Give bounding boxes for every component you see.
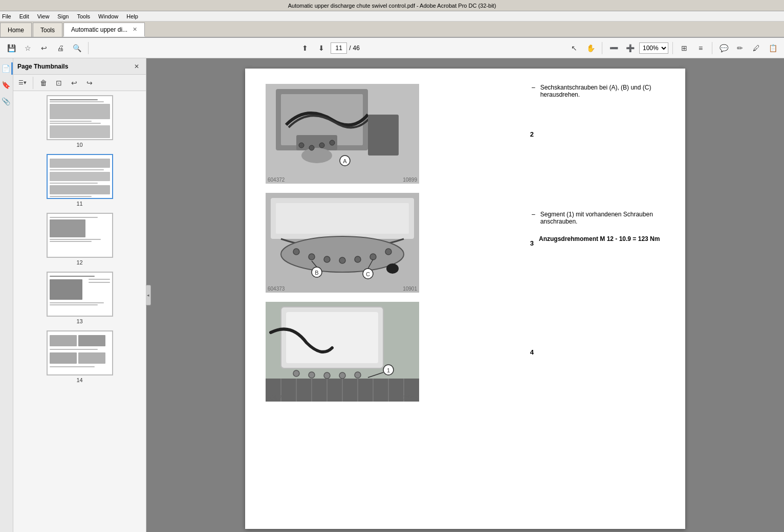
sidebar-options-button[interactable]: ☰▾ — [15, 76, 30, 90]
page-text-content: – Sechskantschrauben bei (A), (B) und (C… — [532, 84, 665, 514]
thumb-img-13 — [47, 272, 113, 317]
thumb-label-14: 14 — [76, 377, 82, 383]
reflow-button[interactable]: ≡ — [693, 41, 708, 55]
svg-point-8 — [319, 143, 324, 148]
toolbar: 💾 ☆ ↩ 🖨 🔍 ⬆ ⬇ / 46 ↖ ✋ ➖ ➕ 50% 75% 100% … — [0, 38, 784, 58]
figure-4-refnum: 10902 — [403, 395, 417, 401]
page-number-input[interactable] — [331, 42, 347, 54]
thumb-label-13: 13 — [76, 318, 82, 324]
dash-1: – — [532, 84, 535, 98]
sep — [33, 77, 33, 89]
page-figures: A 604372 10899 2 — [266, 84, 521, 514]
svg-point-47 — [355, 372, 361, 378]
comment-button[interactable]: 💬 — [716, 41, 731, 55]
collapse-sidebar-handle[interactable]: ◂ — [146, 285, 151, 305]
thumbnail-page-14[interactable]: 14 — [17, 330, 142, 383]
zoom-select[interactable]: 50% 75% 100% 125% 150% 200% — [639, 42, 668, 54]
hand-tool-button[interactable]: ✋ — [583, 41, 598, 55]
tab-home[interactable]: Home — [0, 23, 32, 37]
menu-tools[interactable]: Tools — [77, 13, 90, 19]
thumb-img-12 — [47, 213, 113, 258]
figure-3-number: 3 — [530, 239, 534, 247]
tab-document[interactable]: Automatic upper di... ✕ — [63, 23, 145, 37]
figure-4-code: 604374 — [268, 395, 285, 401]
sidebar-title: Page Thumbnails — [17, 63, 68, 70]
text-content-1: Sechskantschrauben bei (A), (B) und (C) … — [540, 84, 665, 98]
main-area: 📄 🔖 📎 Page Thumbnails ✕ ☰▾ 🗑 ⊡ ↩ ↪ — [0, 58, 784, 532]
back-button[interactable]: ↩ — [37, 41, 51, 55]
figure-2-refnum: 10899 — [403, 177, 417, 183]
thumb-img-11 — [47, 154, 113, 199]
thumbnail-page-13[interactable]: 13 — [17, 272, 142, 324]
attachments-icon[interactable]: 📎 — [1, 95, 13, 107]
bookmarks-icon[interactable]: 🔖 — [1, 79, 13, 91]
text-content-2: Segment (1) mit vorhandenen Schrauben an… — [540, 211, 665, 225]
separator-1 — [88, 42, 89, 54]
tab-tools-label: Tools — [40, 27, 55, 34]
delete-page-button[interactable]: 🗑 — [36, 76, 51, 90]
svg-point-16 — [293, 249, 299, 255]
close-sidebar-button[interactable]: ✕ — [132, 61, 142, 72]
zoom-out-button[interactable]: ➖ — [606, 41, 621, 55]
scroll-down-button[interactable]: ⬇ — [314, 41, 329, 55]
svg-point-15 — [281, 236, 404, 272]
menu-help[interactable]: Help — [126, 13, 138, 19]
menu-window[interactable]: Window — [98, 13, 118, 19]
svg-point-19 — [339, 257, 345, 263]
figure-3-svg: B C — [266, 193, 419, 293]
print-button[interactable]: 🖨 — [53, 41, 68, 55]
thumbnails-area[interactable]: 10 11 — [13, 91, 146, 532]
zoom-in-button[interactable]: ➕ — [623, 41, 637, 55]
svg-rect-32 — [286, 312, 378, 363]
menu-sign[interactable]: Sign — [57, 13, 69, 19]
text-item-2: – Segment (1) mit vorhandenen Schrauben … — [532, 211, 665, 225]
tab-document-label: Automatic upper di... — [71, 26, 127, 33]
pdf-content-area[interactable]: A 604372 10899 2 — [146, 58, 784, 532]
layout-button[interactable]: ⊞ — [677, 41, 691, 55]
svg-point-20 — [355, 256, 361, 262]
thumb-img-14 — [47, 330, 113, 375]
text-item-bold: Anzugsdrehmoment M 12 - 10.9 = 123 Nm — [539, 235, 665, 242]
tab-bar: Home Tools Automatic upper di... ✕ — [0, 21, 784, 38]
pdf-page: A 604372 10899 2 — [245, 69, 685, 529]
text-block-2: – Segment (1) mit vorhandenen Schrauben … — [532, 211, 665, 242]
menu-view[interactable]: View — [37, 13, 50, 19]
figure-3-refnum: 10901 — [403, 286, 417, 292]
scroll-up-button[interactable]: ⬆ — [298, 41, 312, 55]
thumbnail-page-12[interactable]: 12 — [17, 213, 142, 265]
svg-point-21 — [370, 254, 376, 260]
svg-point-22 — [385, 249, 391, 255]
svg-point-17 — [309, 254, 315, 260]
figure-4-number: 4 — [530, 348, 534, 356]
page-separator: / — [349, 45, 351, 52]
thumbnail-page-11[interactable]: 11 — [17, 154, 142, 207]
tab-tools[interactable]: Tools — [33, 23, 62, 37]
markup-button[interactable]: 🖊 — [749, 41, 764, 55]
select-tool-button[interactable]: ↖ — [567, 41, 581, 55]
figure-4-container: 1 604374 10902 4 — [266, 302, 521, 402]
bookmark-button[interactable]: ☆ — [20, 41, 35, 55]
sidebar: Page Thumbnails ✕ ☰▾ 🗑 ⊡ ↩ ↪ — [13, 58, 146, 532]
separator-3 — [672, 42, 673, 54]
menu-edit[interactable]: Edit — [19, 13, 29, 19]
sidebar-header: Page Thumbnails ✕ — [13, 58, 146, 75]
extract-page-button[interactable]: ⊡ — [52, 76, 66, 90]
text-block-1: – Sechskantschrauben bei (A), (B) und (C… — [532, 84, 665, 98]
redo-button[interactable]: ↪ — [82, 76, 97, 90]
thumbnails-icon[interactable]: 📄 — [1, 62, 13, 75]
tab-close-icon[interactable]: ✕ — [133, 26, 137, 33]
svg-text:B: B — [315, 270, 318, 276]
undo-button[interactable]: ↩ — [67, 76, 81, 90]
thumbnail-page-10[interactable]: 10 — [17, 95, 142, 148]
page-navigation: ⬆ ⬇ / 46 — [298, 41, 360, 55]
stamp-button[interactable]: 📋 — [766, 41, 780, 55]
save-button[interactable]: 💾 — [4, 41, 18, 55]
svg-rect-4 — [368, 115, 399, 156]
figure-3-code: 604373 — [268, 286, 285, 292]
figure-4-image: 1 604374 10902 — [266, 302, 419, 402]
figure-4-svg: 1 — [266, 302, 419, 402]
svg-rect-14 — [276, 203, 409, 234]
zoom-out-small-button[interactable]: 🔍 — [70, 41, 84, 55]
highlight-button[interactable]: ✏ — [733, 41, 747, 55]
menu-file[interactable]: File — [2, 13, 11, 19]
